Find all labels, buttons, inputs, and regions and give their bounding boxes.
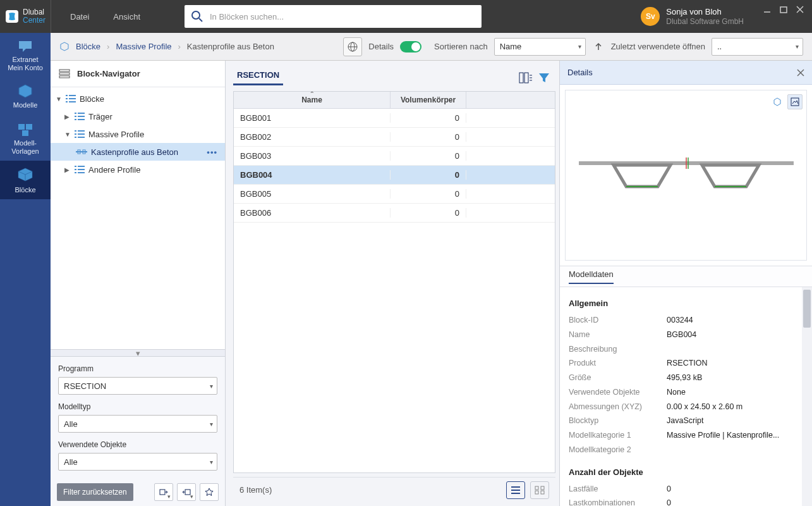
tree-massive[interactable]: ▼ Massive Profile: [51, 125, 225, 143]
item-count: 6 Item(s): [239, 485, 272, 495]
layers-icon: [58, 68, 71, 80]
rail-bloecke[interactable]: Blöcke: [0, 161, 51, 199]
crumb-massive[interactable]: Massive Profile: [116, 42, 171, 51]
arrow-up-icon: [594, 42, 603, 51]
filter-modeltype-select[interactable]: Alle: [58, 415, 217, 433]
sort-select[interactable]: Name: [494, 38, 586, 56]
svg-rect-9: [22, 130, 28, 136]
columns-icon: [519, 71, 533, 84]
rail-extranet[interactable]: Extranet Mein Konto: [0, 33, 51, 77]
filter-program-select[interactable]: RSECTION: [58, 377, 217, 395]
funnel-icon: [538, 71, 550, 84]
svg-rect-52: [535, 491, 538, 494]
cell-name: BGB006: [234, 208, 391, 218]
window-close-icon[interactable]: [794, 4, 806, 15]
section-icon: [76, 149, 87, 155]
property-row: NameBGB004: [569, 328, 808, 342]
property-row: Größe495,93 kB: [569, 371, 808, 385]
avatar[interactable]: Sv: [641, 7, 660, 26]
filter-button[interactable]: [538, 71, 550, 84]
table-row[interactable]: BGB0050: [234, 185, 555, 204]
filter-program-label: Programm: [58, 364, 217, 373]
modeldata-tab[interactable]: Modelldaten: [569, 269, 614, 284]
property-row: Lastkombinationen0: [569, 496, 808, 506]
details-title: Details: [567, 68, 593, 77]
favorite-button[interactable]: [200, 483, 219, 501]
tree-kasten[interactable]: Kastenprofile aus Beton •••: [51, 143, 225, 161]
table-row[interactable]: BGB0030: [234, 147, 555, 166]
preview-3d-button[interactable]: [770, 94, 785, 109]
list-icon: [75, 165, 85, 174]
grid-view-icon: [535, 486, 545, 495]
details-label: Details: [368, 42, 394, 51]
more-icon[interactable]: •••: [207, 147, 220, 157]
col-name[interactable]: ⌃Name: [234, 92, 391, 108]
filter-action1-button[interactable]: [154, 483, 173, 501]
svg-rect-22: [75, 113, 76, 114]
search-input[interactable]: [210, 12, 475, 22]
col-vol[interactable]: Volumenkörper: [391, 92, 466, 108]
crumb-kasten: Kastenprofile aus Beton: [187, 42, 274, 51]
globe-button[interactable]: [343, 37, 362, 56]
svg-rect-51: [541, 486, 544, 490]
window-minimize-icon[interactable]: [761, 4, 773, 15]
property-row: Lastfälle0: [569, 482, 808, 497]
cell-name: BGB002: [234, 132, 391, 142]
table-row[interactable]: BGB0010: [234, 109, 555, 128]
columns-button[interactable]: [519, 71, 533, 84]
cross-section-preview-icon: [579, 156, 794, 194]
search-box[interactable]: [185, 5, 482, 28]
menu-view[interactable]: Ansicht: [113, 12, 140, 22]
svg-rect-18: [66, 98, 68, 99]
menu-file[interactable]: Datei: [70, 12, 89, 22]
cell-vol: 0: [391, 170, 466, 180]
property-row: Modellkategorie 2: [569, 443, 808, 457]
list-tab[interactable]: RSECTION: [233, 70, 283, 85]
details-toggle[interactable]: [400, 41, 421, 52]
svg-rect-37: [75, 166, 76, 167]
view-list-button[interactable]: [506, 481, 525, 499]
split-handle[interactable]: ▾: [51, 349, 225, 357]
crumb-bloecke[interactable]: Blöcke: [76, 42, 100, 51]
filter-usedobj-select[interactable]: Alle: [58, 453, 217, 471]
property-row: Beschreibung: [569, 342, 808, 357]
list-icon: [66, 94, 76, 103]
brand-line2: Center: [23, 16, 45, 25]
view-grid-button[interactable]: [530, 481, 549, 499]
tree-andere[interactable]: ▶ Andere Profile: [51, 161, 225, 178]
search-icon: [191, 10, 203, 23]
globe-icon: [347, 41, 358, 52]
svg-rect-44: [185, 490, 190, 495]
svg-rect-21: [69, 101, 76, 102]
tree-traeger[interactable]: ▶ Träger: [51, 108, 225, 125]
rail-vorlagen[interactable]: Modell- Vorlagen: [0, 115, 51, 161]
table-row[interactable]: BGB0040: [234, 166, 555, 185]
details-scrollbar[interactable]: [802, 287, 812, 506]
sort-direction-button[interactable]: [592, 37, 605, 56]
property-row: Block-ID003244: [569, 313, 808, 328]
svg-rect-40: [78, 169, 85, 170]
reset-filter-button[interactable]: Filter zurücksetzen: [57, 483, 133, 501]
rail-modelle[interactable]: Modelle: [0, 77, 51, 114]
tree-bloecke[interactable]: ▼ Blöcke: [51, 90, 225, 108]
svg-rect-8: [26, 124, 32, 130]
sort-label: Sortieren nach: [434, 42, 488, 51]
svg-rect-29: [78, 130, 85, 132]
table-row[interactable]: BGB0060: [234, 204, 555, 223]
svg-rect-19: [69, 98, 76, 99]
cell-name: BGB001: [234, 113, 391, 123]
cube-outline-icon: [773, 97, 782, 106]
svg-rect-28: [75, 130, 76, 132]
preview-image-button[interactable]: [787, 94, 803, 109]
recent-select[interactable]: ..: [712, 38, 803, 56]
close-icon: [797, 69, 804, 77]
close-details-button[interactable]: [797, 69, 804, 77]
window-maximize-icon[interactable]: [778, 4, 789, 15]
svg-rect-39: [75, 169, 76, 170]
svg-rect-42: [78, 172, 85, 173]
svg-rect-26: [75, 119, 76, 120]
cell-name: BGB003: [234, 151, 391, 161]
table-row[interactable]: BGB0020: [234, 128, 555, 147]
filter-action2-button[interactable]: [177, 483, 196, 501]
property-row: Abmessungen (XYZ)0.00 x 24.50 x 2.60 m: [569, 400, 808, 414]
